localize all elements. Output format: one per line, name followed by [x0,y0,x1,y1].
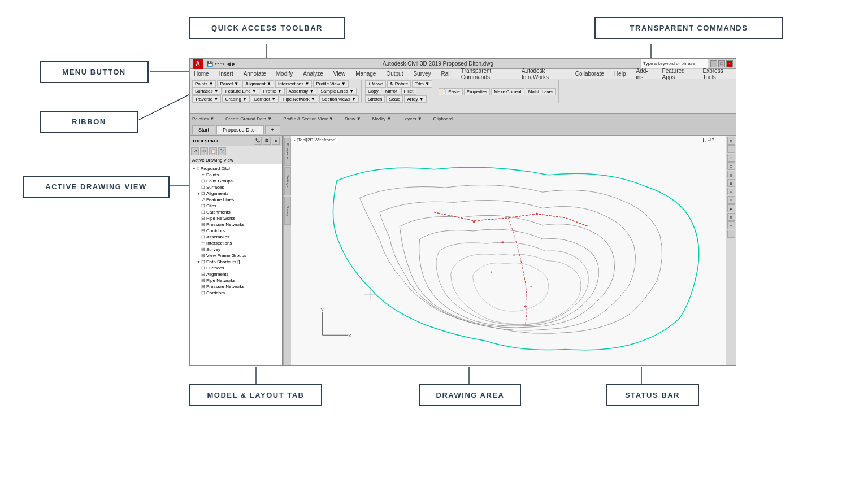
tree-data-shortcuts[interactable]: ▼ ⊞ Data Shortcuts [] [191,259,281,265]
tree-ds-pipe[interactable]: ⊟ Pipe Networks [191,277,281,284]
ribbon-btn-pipe[interactable]: Pipe Network ▼ [280,95,318,103]
menu-output[interactable]: Output [384,70,405,77]
toolspace-ctrl-2[interactable]: ⊡ [263,137,271,145]
menu-transparent[interactable]: Transparent Commands [459,67,513,81]
tree-label-proposed: Proposed Ditch [201,166,232,171]
ribbon-btn-fillet[interactable]: Fillet [401,88,416,95]
ribbon-btn-paste[interactable]: 📋 Paste [439,88,463,95]
tree-assemblies[interactable]: ⊞ Assemblies [191,234,281,240]
doc-tab-new[interactable]: + [265,125,280,134]
ribbon-btn-traverse[interactable]: Traverse ▼ [192,95,221,103]
viewport-ctrl-1[interactable]: [-] [702,137,706,142]
ribbon-btn-grading[interactable]: Grading ▼ [222,95,250,103]
doc-tab-proposed[interactable]: Proposed Ditch [216,125,264,134]
rt-btn-zoom-out[interactable]: - [727,230,735,238]
tree-ds-pressure[interactable]: ⊟ Pressure Networks [191,284,281,290]
tree-alignments[interactable]: ▼ ⊡ Alignments [191,190,281,197]
menu-insert[interactable]: Insert [218,70,235,77]
tree-ds-alignments[interactable]: ⊞ Alignments [191,271,281,277]
menu-manage[interactable]: Manage [354,70,377,77]
tree-feature-lines[interactable]: ↗ Feature Lines [191,197,281,203]
ribbon-btn-mirror[interactable]: Mirror [383,88,400,95]
doc-tab-start[interactable]: Start [192,125,215,134]
ribbon-btn-section[interactable]: Section Views ▼ [319,95,359,103]
menu-featured[interactable]: Featured Apps [661,67,695,81]
tree-survey[interactable]: ⊞ Survey [191,246,281,252]
rt-btn-1[interactable]: ⊞ [727,137,735,145]
tree-pipe-networks[interactable]: ⊞ Pipe Networks [191,215,281,221]
ribbon-btn-properties[interactable]: Properties [464,88,490,95]
rt-btn-2[interactable]: ↕ [727,145,735,153]
ribbon-btn-matchlayer[interactable]: Match Layer [526,88,556,95]
maximize-btn[interactable]: □ [718,60,725,67]
minimize-btn[interactable]: _ [710,60,717,67]
tree-ds-surfaces[interactable]: ⊡ Surfaces [191,265,281,271]
menu-express[interactable]: Express Tools [701,67,734,81]
ribbon-btn-move[interactable]: + Move [365,80,385,88]
ribbon-btn-trim[interactable]: Trim ▼ [412,80,432,88]
menu-help[interactable]: Help [613,70,628,77]
ribbon-btn-stretch[interactable]: Stretch [365,95,385,103]
viewport-ctrl-2[interactable]: □ [708,137,710,142]
rt-btn-3[interactable]: ↔ [727,154,735,162]
tree-point-groups[interactable]: ⊞ Point Groups [191,178,281,184]
tree-intersections[interactable]: ✛ Intersections [191,240,281,246]
ribbon-btn-surfaces[interactable]: Surfaces ▼ [192,88,222,95]
side-tab-prospector[interactable]: Prospector [284,138,291,166]
ribbon-btn-array[interactable]: Array ▼ [404,95,426,103]
ribbon-btn-profile2[interactable]: Profile ▼ [261,88,285,95]
tree-points[interactable]: ✦ Points [191,172,281,178]
tree-pressure[interactable]: ⊞ Pressure Networks [191,221,281,228]
rt-btn-5[interactable]: ◎ [727,171,735,178]
viewport-ctrl-3[interactable]: × [711,137,714,142]
ribbon-btn-assembly[interactable]: Assembly ▼ [286,88,317,95]
toolspace-icon-4[interactable]: 🔭 [218,147,226,155]
rt-btn-9[interactable]: ◈ [727,204,735,212]
tree-ds-corridors[interactable]: ⊟ Corridors [191,290,281,296]
ribbon-btn-corridor[interactable]: Corridor ▼ [251,95,279,103]
side-tab-survey[interactable]: Survey [284,197,291,225]
toolspace-icon-1[interactable]: 🗂 [191,147,199,155]
ribbon-btn-copy[interactable]: Copy [365,88,381,95]
tree-catchments[interactable]: ⊟ Catchments [191,209,281,215]
rt-btn-8[interactable]: ≡ [727,196,735,204]
menu-annotate[interactable]: Annotate [242,70,268,77]
close-btn[interactable]: × [726,60,733,67]
menu-analyze[interactable]: Analyze [301,70,325,77]
menu-home[interactable]: Home [192,70,211,77]
drawing-area-main[interactable]: - [Tool[2D Wireframe] [291,136,726,366]
menu-survey[interactable]: Survey [411,70,432,77]
tree-proposed-ditch[interactable]: ▼ □ Proposed Ditch [191,165,281,172]
tree-label-survey: Survey [206,247,220,252]
menu-infraworks[interactable]: Autodesk InfraWorks [520,67,567,81]
ribbon-btn-intersections[interactable]: Intersections ▼ [275,80,313,88]
toolspace-ctrl-3[interactable]: × [272,137,280,145]
menu-modify[interactable]: Modify [275,70,294,77]
menu-rail[interactable]: Rail [440,70,453,77]
ribbon-btn-rotate[interactable]: ↻ Rotate [387,80,411,88]
menu-view[interactable]: View [332,70,348,77]
ribbon-btn-points[interactable]: Points ▼ [192,80,216,88]
rt-btn-7[interactable]: ⊕ [727,188,735,195]
tree-sites[interactable]: ⊡ Sites [191,203,281,209]
rt-btn-4[interactable]: ⊡ [727,162,735,170]
rt-btn-zoom-in[interactable]: + [727,221,735,229]
rt-btn-6[interactable]: ⊗ [727,179,735,187]
menu-collaborate[interactable]: Collaborate [574,70,606,77]
toolspace-icon-2[interactable]: ⚙ [200,147,208,155]
tree-view-frames[interactable]: ⊞ View Frame Groups [191,252,281,259]
ribbon-btn-parcel[interactable]: Parcel ▼ [217,80,241,88]
ribbon-btn-makecurrent[interactable]: Make Current [491,88,524,95]
toolspace-ctrl-1[interactable]: 📞 [254,137,262,145]
ribbon-btn-profile[interactable]: Profile View ▼ [313,80,348,88]
toolspace-icon-3[interactable]: 📋 [209,147,217,155]
ribbon-btn-samplelines[interactable]: Sample Lines ▼ [318,88,357,95]
tree-surfaces[interactable]: ⊡ Surfaces [191,184,281,190]
tree-corridors[interactable]: ⊟ Corridors [191,228,281,234]
ribbon-btn-alignment[interactable]: Alignment ▼ [242,80,274,88]
menu-addins[interactable]: Add-ins [634,67,653,81]
side-tab-settings[interactable]: Settings [284,167,291,195]
ribbon-btn-feature[interactable]: Feature Line ▼ [223,88,259,95]
ribbon-btn-scale[interactable]: Scale [386,95,403,103]
rt-btn-10[interactable]: ⊟ [727,213,735,221]
